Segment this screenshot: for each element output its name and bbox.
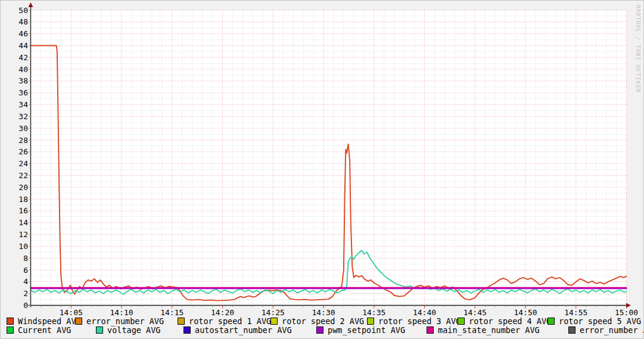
legend-item-error-number-avg: error_number AVG	[568, 326, 644, 334]
y-axis-label: 8	[23, 254, 28, 263]
legend-item-autostart-number-avg: autostart_number AVG	[183, 326, 292, 334]
y-axis-label: 28	[18, 136, 28, 145]
y-axis-label: 2	[23, 289, 28, 298]
legend-item-rotor-speed-3-avg: rotor speed 3 AVG	[367, 317, 461, 325]
legend-swatch-current-avg	[7, 326, 14, 334]
y-axis-label: 30	[18, 124, 28, 133]
legend-swatch-windspeed-avg	[7, 318, 14, 325]
y-axis-label: 26	[18, 147, 28, 156]
legend-label: error_number AVG	[580, 325, 644, 335]
legend-swatch-main-state-number-avg	[427, 326, 434, 334]
legend-item-rotor-speed-5-avg: rotor speed 5 AVG	[547, 317, 641, 325]
legend-swatch-rotor-speed-1-avg	[178, 318, 185, 325]
x-axis-label: 14:20	[211, 308, 234, 317]
legend-item-main-state-number-avg: main_state_number AVG	[427, 326, 540, 334]
legend-label: rotor speed 1 AVG	[189, 316, 271, 326]
y-axis-label: 0	[23, 301, 28, 310]
legend-label: main_state_number AVG	[438, 325, 540, 335]
y-axis-label: 22	[18, 171, 28, 180]
legend-label: Current AVG	[18, 325, 71, 335]
legend-item-rotor-speed-2-avg: rotor speed 2 AVG	[270, 317, 364, 325]
legend-label: autostart_number AVG	[195, 325, 292, 335]
legend-label: rotor speed 3 AVG	[378, 316, 461, 326]
y-axis-label: 44	[18, 41, 28, 50]
y-axis-label: 50	[18, 6, 28, 15]
legend-swatch-error-number-avg	[75, 318, 82, 325]
legend-item-voltage-avg: voltage AVG	[96, 326, 160, 334]
legend-swatch-rotor-speed-3-avg	[367, 318, 374, 325]
legend-swatch-rotor-speed-4-avg	[458, 318, 465, 325]
y-axis-label: 12	[18, 230, 28, 239]
x-axis-label: 14:05	[60, 308, 83, 317]
y-axis-label: 42	[18, 53, 28, 62]
y-axis-label: 36	[18, 88, 28, 97]
legend-swatch-rotor-speed-5-avg	[547, 318, 555, 325]
x-axis-label: 14:55	[564, 308, 587, 317]
legend-label: error_number AVG	[86, 316, 164, 326]
chart-plot: 0246810121416182022242628303234363840424…	[1, 1, 643, 318]
legend-swatch-autostart-number-avg	[183, 326, 191, 334]
y-axis-label: 24	[18, 159, 28, 168]
watermark: RRDTOOL / TOBI OETIKER	[635, 5, 642, 93]
legend-swatch-rotor-speed-2-avg	[270, 318, 278, 325]
legend-item-current-avg: Current AVG	[7, 326, 71, 334]
x-axis-arrow	[626, 303, 631, 308]
legend-swatch-pwm-setpoint-avg	[316, 326, 323, 334]
y-axis-label: 40	[18, 65, 28, 74]
y-axis-label: 16	[18, 206, 28, 215]
rrdtool-graph-frame: 0246810121416182022242628303234363840424…	[0, 0, 644, 339]
y-axis-label: 20	[18, 183, 28, 192]
legend-item-rotor-speed-4-avg: rotor speed 4 AVG	[458, 317, 551, 325]
legend-item-error-number-avg: error_number AVG	[75, 317, 164, 325]
x-axis-label: 14:30	[312, 308, 335, 317]
y-axis-label: 6	[23, 266, 28, 275]
x-axis-label: 14:15	[160, 308, 183, 317]
y-axis-arrow	[29, 2, 33, 7]
x-axis-label: 14:35	[362, 308, 385, 317]
y-axis-label: 14	[18, 218, 28, 227]
x-axis-label: 14:10	[110, 308, 133, 317]
legend-item-windspeed-avg: Windspeed AVG	[7, 317, 81, 325]
y-axis-label: 10	[18, 242, 28, 251]
y-axis-label: 18	[18, 195, 28, 204]
x-axis-label: 14:45	[463, 308, 487, 317]
y-axis-label: 38	[18, 76, 28, 85]
x-axis-label: 14:40	[413, 308, 436, 317]
y-axis-label: 48	[18, 17, 28, 26]
legend-label: Windspeed AVG	[18, 316, 81, 326]
y-axis-label: 46	[18, 29, 28, 38]
legend-label: rotor speed 4 AVG	[469, 316, 551, 326]
legend-label: pwm_setpoint AVG	[328, 325, 405, 335]
legend-label: rotor speed 2 AVG	[282, 316, 364, 326]
legend-swatch-voltage-avg	[96, 326, 103, 334]
legend-swatch-error-number-avg	[568, 326, 575, 334]
legend-item-rotor-speed-1-avg: rotor speed 1 AVG	[178, 317, 271, 325]
x-axis-label: 14:25	[262, 308, 285, 317]
y-axis-label: 32	[18, 112, 28, 121]
legend-item-pwm-setpoint-avg: pwm_setpoint AVG	[316, 326, 405, 334]
legend-label: voltage AVG	[107, 325, 160, 335]
y-axis-label: 4	[23, 277, 28, 286]
x-axis-label: 15:00	[615, 308, 638, 317]
x-axis-label: 14:50	[514, 308, 537, 317]
y-axis-label: 34	[18, 100, 28, 109]
legend-label: rotor speed 5 AVG	[559, 316, 641, 326]
